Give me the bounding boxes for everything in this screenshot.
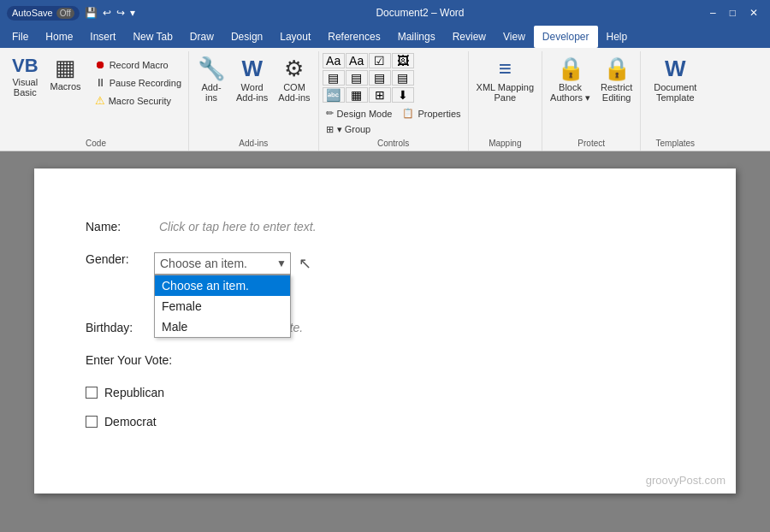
macros-button[interactable]: ▦ Macros — [45, 53, 86, 93]
block-authors-label: BlockAuthors ▾ — [550, 82, 590, 103]
xml-mapping-button[interactable]: ≡ XML MappingPane — [472, 53, 538, 105]
name-input[interactable]: Click or tap here to enter text. — [154, 220, 317, 233]
ribbon-group-mapping: ≡ XML MappingPane Mapping — [469, 51, 542, 151]
dropdown-option-choose[interactable]: Choose an item. — [155, 275, 290, 296]
add-ins-label: Add-ins — [201, 82, 221, 103]
record-macro-label: Record Macro — [110, 60, 169, 70]
maximize-button[interactable]: □ — [725, 5, 741, 21]
document-template-button[interactable]: W DocumentTemplate — [649, 53, 701, 105]
name-label: Name: — [86, 220, 154, 233]
menu-help[interactable]: Help — [598, 26, 637, 48]
word-add-ins-label: WordAdd-ins — [236, 82, 268, 103]
controls-actions-row: ✏ Design Mode 📋 Properties — [323, 106, 465, 121]
properties-button[interactable]: 📋 Properties — [399, 106, 464, 121]
ribbon-group-protect: 🔒 BlockAuthors ▾ 🔒 RestrictEditing Prote… — [542, 51, 641, 151]
code-group-content: VB VisualBasic ▦ Macros ⏺ Record Macro ⏸… — [7, 53, 185, 137]
menu-insert[interactable]: Insert — [81, 26, 124, 48]
menu-layout[interactable]: Layout — [271, 26, 319, 48]
document-page: Name: Click or tap here to enter text. G… — [34, 168, 736, 494]
mapping-group-label: Mapping — [472, 137, 538, 151]
autosave-toggle[interactable]: AutoSave Off — [7, 6, 80, 21]
word-add-ins-button[interactable]: W WordAdd-ins — [232, 53, 272, 105]
menu-draw[interactable]: Draw — [181, 26, 222, 48]
ctrl-btn-9[interactable]: 🔤 — [323, 87, 345, 103]
dropdown-option-female[interactable]: Female — [155, 296, 290, 316]
templates-group-content: W DocumentTemplate — [649, 53, 701, 137]
controls-group-content: Aa Aa ☑ 🖼 ▤ ▤ ▤ ▤ 🔤 ▦ ⊞ — [323, 53, 465, 137]
block-authors-button[interactable]: 🔒 BlockAuthors ▾ — [546, 53, 595, 106]
ctrl-btn-8[interactable]: ▤ — [392, 70, 414, 86]
menu-home[interactable]: Home — [37, 26, 81, 48]
ctrl-btn-5[interactable]: ▤ — [323, 70, 345, 86]
controls-grid3: 🔤 ▦ ⊞ ⬇ — [323, 87, 414, 103]
xml-mapping-label: XML MappingPane — [477, 82, 534, 103]
ctrl-btn-11[interactable]: ⊞ — [369, 87, 391, 103]
templates-group-label: Templates — [644, 137, 706, 151]
controls-group-row: ⊞ ▾ Group — [323, 122, 375, 137]
protect-group-content: 🔒 BlockAuthors ▾ 🔒 RestrictEditing — [546, 53, 637, 137]
document-title: Document2 – Word — [135, 7, 705, 19]
controls-grid: Aa Aa ☑ 🖼 — [323, 53, 414, 68]
title-bar: AutoSave Off 💾 ↩ ↪ ▾ Document2 – Word – … — [0, 0, 770, 26]
title-bar-left: AutoSave Off 💾 ↩ ↪ ▾ — [7, 6, 135, 21]
title-bar-right: – □ ✕ — [705, 5, 763, 21]
menu-new-tab[interactable]: New Tab — [124, 26, 181, 48]
ctrl-btn-4[interactable]: 🖼 — [392, 53, 414, 68]
close-button[interactable]: ✕ — [744, 5, 763, 21]
code-group-label: Code — [7, 137, 185, 151]
addins-group-content: 🔧 Add-ins W WordAdd-ins ⚙ COMAdd-ins — [192, 53, 315, 137]
ribbon-group-code: VB VisualBasic ▦ Macros ⏺ Record Macro ⏸… — [3, 51, 189, 151]
add-ins-button[interactable]: 🔧 Add-ins — [192, 53, 230, 105]
design-mode-icon: ✏ — [326, 108, 334, 119]
ctrl-btn-7[interactable]: ▤ — [369, 70, 391, 86]
form-row-vote-header: Enter Your Vote: — [86, 353, 684, 367]
com-add-ins-label: COMAdd-ins — [278, 82, 310, 103]
autosave-label: AutoSave — [12, 8, 53, 18]
pause-recording-button[interactable]: ⏸ Pause Recording — [92, 74, 185, 91]
visual-basic-button[interactable]: VB VisualBasic — [7, 53, 44, 99]
com-add-ins-icon: ⚙ — [284, 56, 304, 82]
ctrl-btn-6[interactable]: ▤ — [346, 70, 368, 86]
code-small-buttons: ⏺ Record Macro ⏸ Pause Recording ⚠ Macro… — [92, 53, 185, 109]
design-mode-label: Design Mode — [337, 109, 393, 119]
redo-icon[interactable]: ↪ — [116, 7, 125, 19]
protect-group-label: Protect — [546, 137, 637, 151]
record-macro-button[interactable]: ⏺ Record Macro — [92, 56, 185, 73]
gender-dropdown-value: Choose an item. — [160, 257, 247, 270]
menu-view[interactable]: View — [495, 26, 534, 48]
dropdown-option-male[interactable]: Male — [155, 316, 290, 337]
ctrl-btn-2[interactable]: Aa — [346, 53, 368, 68]
com-add-ins-button[interactable]: ⚙ COMAdd-ins — [274, 53, 314, 105]
macros-label: Macros — [50, 81, 81, 92]
design-mode-button[interactable]: ✏ Design Mode — [323, 106, 396, 121]
word-add-ins-icon: W — [241, 56, 263, 82]
menu-review[interactable]: Review — [444, 26, 495, 48]
minimize-button[interactable]: – — [705, 5, 721, 21]
gender-dropdown[interactable]: Choose an item. ▼ — [154, 252, 291, 275]
ctrl-btn-12[interactable]: ⬇ — [392, 87, 414, 103]
macros-icon: ▦ — [55, 55, 76, 81]
ctrl-btn-10[interactable]: ▦ — [346, 87, 368, 103]
save-icon[interactable]: 💾 — [85, 7, 98, 19]
undo-icon[interactable]: ↩ — [103, 7, 111, 19]
menu-file[interactable]: File — [3, 26, 37, 48]
macro-security-button[interactable]: ⚠ Macro Security — [92, 92, 185, 109]
block-authors-icon: 🔒 — [557, 56, 584, 82]
autosave-state: Off — [56, 8, 74, 19]
restrict-editing-button[interactable]: 🔒 RestrictEditing — [596, 53, 637, 105]
menu-references[interactable]: References — [319, 26, 388, 48]
form-section: Name: Click or tap here to enter text. G… — [86, 220, 684, 429]
menu-mailings[interactable]: Mailings — [389, 26, 444, 48]
group-button[interactable]: ⊞ ▾ Group — [323, 122, 375, 137]
ctrl-btn-1[interactable]: Aa — [323, 53, 345, 68]
macro-security-icon: ⚠ — [95, 94, 105, 107]
republican-checkbox[interactable] — [86, 387, 98, 399]
mouse-cursor-icon: ↖ — [299, 254, 311, 273]
democrat-label: Democrat — [104, 415, 157, 429]
record-macro-icon: ⏺ — [95, 58, 106, 71]
democrat-checkbox[interactable] — [86, 416, 98, 428]
menu-design[interactable]: Design — [222, 26, 271, 48]
menu-developer[interactable]: Developer — [534, 26, 598, 48]
ctrl-btn-3[interactable]: ☑ — [369, 53, 391, 68]
macro-security-label: Macro Security — [109, 96, 171, 106]
